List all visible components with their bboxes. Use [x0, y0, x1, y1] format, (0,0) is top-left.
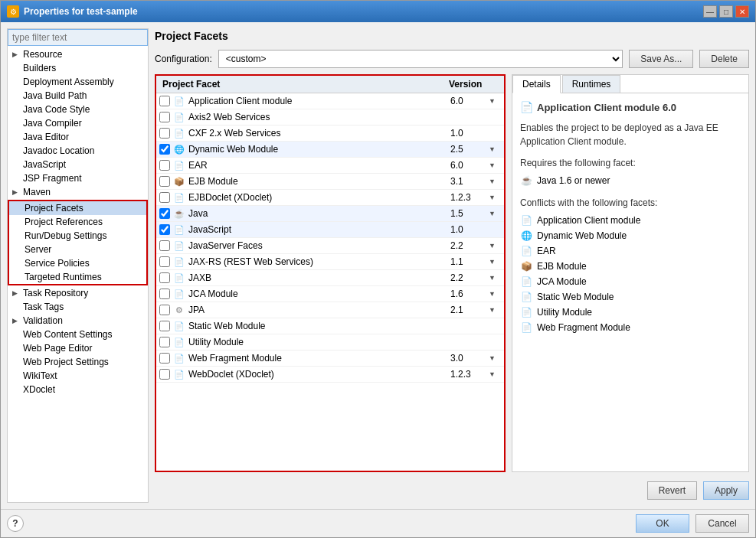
sidebar-item-project-references[interactable]: Project References	[9, 215, 146, 229]
facet-checkbox[interactable]	[159, 144, 170, 155]
sidebar-item-javascript[interactable]: JavaScript	[8, 158, 148, 171]
sidebar-item-label: Java Build Path	[23, 90, 87, 101]
bottom-right-buttons: Revert Apply	[647, 481, 749, 500]
facet-row[interactable]: 📄 Utility Module	[156, 334, 504, 351]
sidebar-item-builders[interactable]: Builders	[8, 61, 148, 75]
facet-checkbox[interactable]	[159, 305, 170, 315]
sidebar-item-javadoc-location[interactable]: Javadoc Location	[8, 144, 148, 158]
facet-checkbox[interactable]	[159, 96, 170, 106]
conflict-item: 📄 JCA Module	[520, 274, 741, 289]
facet-checkbox[interactable]	[159, 112, 170, 122]
delete-button[interactable]: Delete	[699, 50, 749, 68]
save-as-button[interactable]: Save As...	[629, 50, 693, 68]
cancel-button[interactable]: Cancel	[695, 514, 749, 533]
facet-row[interactable]: 📄 Application Client module 6.0 ▼	[156, 93, 504, 109]
config-select[interactable]: <custom>	[218, 50, 623, 68]
sidebar-item-java-compiler[interactable]: Java Compiler	[8, 116, 148, 130]
sidebar-item-web-page-editor[interactable]: Web Page Editor	[8, 341, 148, 355]
revert-button[interactable]: Revert	[647, 481, 697, 500]
dropdown-icon[interactable]: ▼	[489, 242, 501, 249]
facet-row[interactable]: 📄 CXF 2.x Web Services 1.0	[156, 126, 504, 142]
sidebar-item-run-debug-settings[interactable]: Run/Debug Settings	[9, 229, 146, 243]
sidebar-item-web-project-settings[interactable]: Web Project Settings	[8, 355, 148, 369]
dropdown-icon[interactable]: ▼	[489, 290, 501, 298]
facet-checkbox[interactable]	[159, 256, 170, 267]
facet-name: Axis2 Web Services	[188, 112, 450, 122]
facet-row[interactable]: 📄 WebDoclet (XDoclet) 1.2.3 ▼	[156, 367, 504, 383]
facet-checkbox[interactable]	[159, 192, 170, 203]
facet-checkbox[interactable]	[159, 321, 170, 331]
facet-checkbox[interactable]	[159, 353, 170, 364]
dropdown-icon[interactable]: ▼	[489, 258, 501, 266]
dropdown-icon[interactable]: ▼	[489, 370, 501, 378]
sidebar-item-xdoclet[interactable]: XDoclet	[8, 383, 148, 396]
facet-row[interactable]: 📄 Web Fragment Module 3.0 ▼	[156, 351, 504, 367]
facet-checkbox[interactable]	[159, 224, 170, 235]
sidebar-item-java-build-path[interactable]: Java Build Path	[8, 89, 148, 103]
dropdown-icon[interactable]: ▼	[489, 274, 501, 282]
right-panel: Project Facets Configuration: <custom> S…	[155, 28, 749, 503]
facet-checkbox[interactable]	[159, 289, 170, 299]
sidebar-item-server[interactable]: Server	[9, 243, 146, 256]
facet-checkbox[interactable]	[159, 160, 170, 171]
conflict-item-label: JCA Module	[537, 276, 587, 287]
facet-checkbox[interactable]	[159, 369, 170, 380]
sidebar-item-task-tags[interactable]: Task Tags	[8, 300, 148, 314]
jar-icon: 📦	[173, 175, 185, 187]
facet-row[interactable]: 📄 JavaScript 1.0	[156, 222, 504, 238]
sidebar-item-task-repository[interactable]: ▶ Task Repository	[8, 286, 148, 300]
sidebar-item-service-policies[interactable]: Service Policies	[9, 256, 146, 270]
facet-checkbox[interactable]	[159, 337, 170, 347]
dropdown-icon[interactable]: ▼	[489, 145, 501, 153]
sidebar-item-java-code-style[interactable]: Java Code Style	[8, 103, 148, 116]
sidebar-item-label: Project Facets	[25, 203, 83, 214]
sidebar-item-resource[interactable]: ▶ Resource	[8, 47, 148, 61]
sidebar-item-jsp-fragment[interactable]: JSP Fragment	[8, 171, 148, 185]
facet-row[interactable]: 📄 JCA Module 1.6 ▼	[156, 286, 504, 302]
facet-checkbox[interactable]	[159, 240, 170, 251]
window-content: ▶ Resource Builders Deployment Assembly …	[1, 22, 755, 509]
sidebar-item-web-content-settings[interactable]: Web Content Settings	[8, 328, 148, 341]
sidebar-item-targeted-runtimes[interactable]: Targeted Runtimes	[9, 270, 146, 284]
dropdown-icon[interactable]: ▼	[489, 306, 501, 314]
facet-checkbox[interactable]	[159, 128, 170, 139]
facet-name: JavaScript	[188, 224, 450, 235]
apply-button[interactable]: Apply	[703, 481, 749, 500]
ok-button[interactable]: OK	[636, 514, 689, 533]
facet-row[interactable]: ⚙ JPA 2.1 ▼	[156, 302, 504, 318]
dropdown-icon[interactable]: ▼	[489, 178, 501, 185]
maximize-button[interactable]: □	[719, 5, 733, 18]
facet-row[interactable]: 📄 EAR 6.0 ▼	[156, 158, 504, 174]
facet-row[interactable]: 📄 EJBDoclet (XDoclet) 1.2.3 ▼	[156, 190, 504, 206]
sidebar-filter-input[interactable]	[8, 29, 148, 46]
sidebar-item-project-facets[interactable]: Project Facets	[9, 201, 146, 215]
dropdown-icon[interactable]: ▼	[489, 210, 501, 217]
facet-row[interactable]: ☕ Java 1.5 ▼	[156, 206, 504, 222]
facet-row[interactable]: 📄 Static Web Module	[156, 318, 504, 334]
sidebar-item-label: Java Compiler	[23, 118, 82, 129]
sidebar-item-wikitext[interactable]: WikiText	[8, 369, 148, 383]
facet-checkbox[interactable]	[159, 208, 170, 219]
dropdown-icon[interactable]: ▼	[489, 194, 501, 201]
sidebar-item-validation[interactable]: ▶ Validation	[8, 314, 148, 328]
facet-row[interactable]: 🌐 Dynamic Web Module 2.5 ▼	[156, 142, 504, 158]
help-button[interactable]: ?	[7, 515, 24, 532]
facet-row[interactable]: 📄 Axis2 Web Services	[156, 109, 504, 126]
sidebar-item-maven[interactable]: ▶ Maven	[8, 185, 148, 199]
facet-row[interactable]: 📄 JAX-RS (REST Web Services) 1.1 ▼	[156, 254, 504, 270]
sidebar-item-deployment-assembly[interactable]: Deployment Assembly	[8, 75, 148, 89]
dropdown-icon[interactable]: ▼	[489, 354, 501, 362]
tab-details[interactable]: Details	[512, 75, 561, 93]
close-button[interactable]: ✕	[735, 5, 749, 18]
sidebar-item-label: Builders	[23, 63, 56, 73]
facet-row[interactable]: 📦 EJB Module 3.1 ▼	[156, 174, 504, 190]
dropdown-icon[interactable]: ▼	[489, 97, 501, 105]
facet-checkbox[interactable]	[159, 176, 170, 187]
facet-checkbox[interactable]	[159, 272, 170, 283]
sidebar-item-java-editor[interactable]: Java Editor	[8, 130, 148, 144]
dropdown-icon[interactable]: ▼	[489, 161, 501, 169]
minimize-button[interactable]: —	[703, 5, 717, 18]
tab-runtimes[interactable]: Runtimes	[562, 75, 621, 93]
facet-row[interactable]: 📄 JAXB 2.2 ▼	[156, 270, 504, 286]
facet-row[interactable]: 📄 JavaServer Faces 2.2 ▼	[156, 238, 504, 254]
